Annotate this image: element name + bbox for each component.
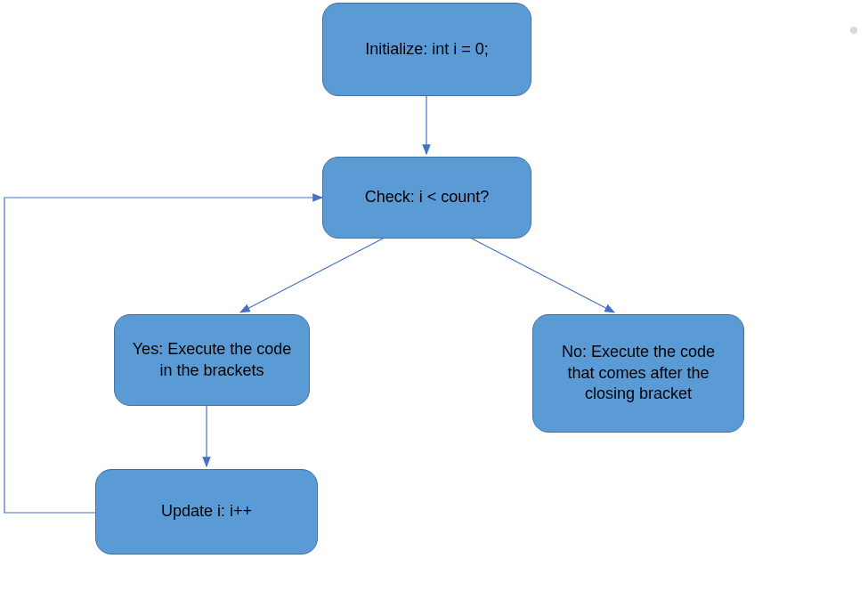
node-initialize-label: Initialize: int i = 0;	[365, 39, 489, 60]
svg-line-2	[240, 239, 383, 312]
node-no-label: No: Execute the code that comes after th…	[549, 342, 727, 404]
decorative-dot	[850, 27, 857, 34]
node-initialize: Initialize: int i = 0;	[322, 3, 531, 96]
svg-line-3	[472, 239, 614, 312]
node-yes: Yes: Execute the code in the brackets	[114, 314, 310, 406]
node-update: Update i: i++	[95, 469, 318, 555]
node-yes-label: Yes: Execute the code in the brackets	[131, 339, 293, 381]
node-update-label: Update i: i++	[161, 501, 252, 522]
node-check-label: Check: i < count?	[365, 187, 490, 207]
node-check: Check: i < count?	[322, 157, 531, 239]
node-no: No: Execute the code that comes after th…	[532, 314, 744, 433]
